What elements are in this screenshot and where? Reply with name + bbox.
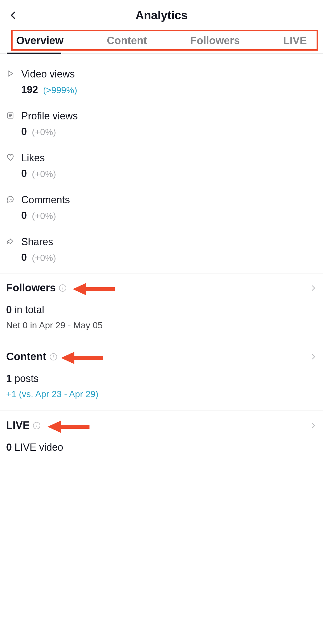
section-followers: Followers i 0 in total Net 0 in Apr 29 -… xyxy=(0,273,323,342)
chevron-right-icon xyxy=(310,422,317,429)
section-live: LIVE i 0 LIVE video xyxy=(0,411,323,469)
section-header-content[interactable]: Content i xyxy=(6,351,317,363)
metric-value: 0 xyxy=(21,252,27,263)
metric-delta: (+0%) xyxy=(32,253,56,263)
svg-point-4 xyxy=(9,199,9,199)
section-header-live[interactable]: LIVE i xyxy=(6,419,317,431)
heart-icon xyxy=(6,153,15,162)
metric-value: 0 xyxy=(21,210,27,221)
page-title: Analytics xyxy=(135,9,188,22)
chevron-right-icon xyxy=(310,353,317,360)
svg-point-6 xyxy=(11,199,12,199)
chevron-left-icon xyxy=(9,11,18,20)
tabs-container: Overview Content Followers LIVE xyxy=(0,28,323,54)
metric-value: 0 xyxy=(21,126,27,138)
section-title: Followers xyxy=(6,282,56,294)
play-icon xyxy=(6,69,15,78)
metric-label: Shares xyxy=(21,236,317,248)
svg-point-5 xyxy=(10,199,11,199)
metric-label: Video views xyxy=(21,68,317,80)
info-icon[interactable]: i xyxy=(33,422,40,429)
metric-label: Likes xyxy=(21,152,317,164)
metric-delta: (>999%) xyxy=(43,85,77,95)
metric-label: Profile views xyxy=(21,110,317,122)
metric-value: 192 xyxy=(21,84,38,96)
content-compare: +1 (vs. Apr 23 - Apr 29) xyxy=(6,389,317,399)
tabs: Overview Content Followers LIVE xyxy=(0,28,323,53)
metric-profile-views: Profile views 0 (+0%) xyxy=(6,105,317,147)
metric-label: Comments xyxy=(21,194,317,206)
followers-net: Net 0 in Apr 29 - May 05 xyxy=(6,320,317,331)
followers-total: 0 in total xyxy=(6,304,317,316)
tab-followers[interactable]: Followers xyxy=(190,35,240,48)
section-content: Content i 1 posts +1 (vs. Apr 23 - Apr 2… xyxy=(0,342,323,411)
metric-value: 0 xyxy=(21,168,27,180)
content-posts: 1 posts xyxy=(6,373,317,384)
metric-delta: (+0%) xyxy=(32,127,56,137)
metric-delta: (+0%) xyxy=(32,211,56,221)
tab-live[interactable]: LIVE xyxy=(283,35,307,48)
tab-content[interactable]: Content xyxy=(107,35,147,48)
metrics-list: Video views 192 (>999%) Profile views 0 … xyxy=(0,54,323,273)
info-icon[interactable]: i xyxy=(50,353,57,360)
metric-shares: Shares 0 (+0%) xyxy=(6,231,317,273)
metric-video-views: Video views 192 (>999%) xyxy=(6,63,317,105)
info-icon[interactable]: i xyxy=(59,284,66,292)
metric-likes: Likes 0 (+0%) xyxy=(6,147,317,189)
chevron-right-icon xyxy=(310,285,317,291)
section-title: LIVE xyxy=(6,419,30,431)
tab-overview[interactable]: Overview xyxy=(16,35,63,48)
live-video-count: 0 LIVE video xyxy=(6,442,317,453)
metric-delta: (+0%) xyxy=(32,169,56,179)
profile-icon xyxy=(6,111,15,120)
share-icon xyxy=(6,237,15,246)
active-tab-underline xyxy=(7,53,61,54)
metric-comments: Comments 0 (+0%) xyxy=(6,189,317,231)
section-title: Content xyxy=(6,351,46,363)
back-button[interactable] xyxy=(8,10,19,21)
app-header: Analytics xyxy=(0,0,323,28)
comment-icon xyxy=(6,195,15,204)
section-header-followers[interactable]: Followers i xyxy=(6,282,317,294)
